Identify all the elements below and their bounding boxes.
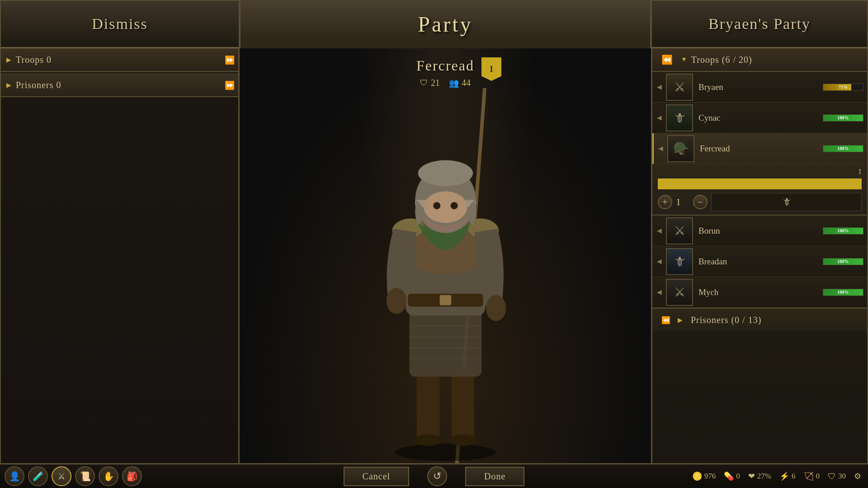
dismiss-panel: ▶ Troops 0 ⏩ ▶ Prisoners 0 ⏩ (0, 48, 240, 463)
hp-stat: 💊 0 (724, 471, 740, 481)
cancel-button[interactable]: Cancel (344, 467, 410, 486)
troops-collapse-arrow: ▼ (681, 56, 688, 63)
skill-icon-btn[interactable]: ✋ (99, 466, 118, 486)
bottom-right-stats: 🪙 976 💊 0 ❤ 27% ⚡ 6 🏹 0 🛡 30 (687, 471, 868, 481)
troop-item-bryaen[interactable]: ◀ ⚔ Bryaen 71% (652, 72, 867, 103)
bryaen-collapse-btn[interactable]: ◀ (652, 72, 666, 102)
borun-collapse-btn[interactable]: ◀ (652, 216, 666, 246)
hp-value: 0 (736, 472, 740, 481)
map-icon: 📜 (80, 471, 91, 482)
rotate-button[interactable]: ↺ (427, 466, 447, 486)
fercread-avatar-icon: 🪖 (673, 141, 689, 156)
skill-icon: ✋ (103, 471, 114, 482)
svg-point-16 (386, 288, 406, 314)
svg-rect-19 (439, 295, 451, 305)
arrows-icon: 🏹 (804, 471, 814, 481)
character-icon-btn[interactable]: 👤 (5, 466, 24, 486)
prisoners-row[interactable]: ⏪ ▶ Prisoners (0 / 13) (652, 308, 867, 331)
expand-item-slot[interactable]: 🗡 (711, 193, 862, 211)
cynac-health-bar: 100% (823, 114, 863, 122)
borun-avatar-icon: ⚔ (674, 223, 685, 238)
prisoners-expand-icon: ▶ (678, 316, 683, 324)
troops-arrow-icon: ▶ (6, 56, 11, 64)
svg-point-5 (415, 434, 441, 446)
prisoners-forward-icon[interactable]: ⏩ (225, 80, 235, 90)
troops-list[interactable]: ◀ ⚔ Bryaen 71% ◀ 🗡 Cynac (652, 72, 867, 463)
mych-health-bar: 100% (823, 289, 863, 296)
svg-point-23 (418, 160, 472, 186)
troops-stat: 👥 44 (449, 78, 471, 88)
troops-header-label: ▼ Troops (6 / 20) (681, 55, 862, 65)
fercread-health-text: 100% (823, 145, 863, 152)
hp-icon: 💊 (724, 471, 734, 481)
speed-stat: ⚡ 6 (779, 471, 796, 481)
top-header: Dismiss Party Bryaen's Party (0, 0, 868, 48)
troop-item-borun[interactable]: ◀ ⚔ Borun 100% (652, 216, 867, 246)
troop-item-fercread[interactable]: ◀ 🪖 Fercread 100% (652, 133, 867, 164)
prisoners-forward-buttons: ⏩ (225, 80, 235, 90)
character-icon: 👤 (9, 471, 20, 482)
troop-item-cynac[interactable]: ◀ 🗡 Cynac 100% (652, 103, 867, 133)
cynac-avatar-icon: 🗡 (673, 110, 686, 125)
character-display: Fercread 🛡 21 👥 44 I (240, 48, 651, 463)
strength-icon: 🛡 (828, 472, 836, 481)
prisoners-label: Prisoners 0 (16, 80, 61, 90)
troops-back-btn[interactable]: ⏪ (658, 53, 676, 66)
level-stat: 🛡 21 (420, 78, 440, 88)
cynac-collapse-btn[interactable]: ◀ (652, 103, 666, 133)
mych-health-text: 100% (823, 289, 863, 296)
borun-name: Borun (693, 226, 823, 236)
bottom-icons: 👤 🧪 ⚔ 📜 ✋ 🎒 (0, 466, 181, 486)
fercread-collapse-btn[interactable]: ◀ (654, 133, 667, 164)
breadan-avatar-icon: 🗡 (673, 254, 686, 269)
breadan-health-text: 100% (823, 258, 863, 265)
troops-section-row[interactable]: ▶ Troops 0 ⏩ (1, 48, 238, 72)
done-button[interactable]: Done (465, 467, 524, 486)
breadan-name: Breadan (693, 257, 823, 267)
fercread-health-bar: 100% (823, 145, 863, 152)
bryaen-avatar-icon: ⚔ (674, 80, 685, 94)
character-figure (344, 88, 547, 463)
bottom-center: Cancel ↺ Done (181, 466, 687, 486)
rotate-icon: ↺ (433, 470, 441, 482)
bryaen-name: Bryaen (693, 82, 823, 92)
prisoners-section-row[interactable]: ▶ Prisoners 0 ⏩ (1, 74, 238, 97)
prisoners-back-btn[interactable]: ⏪ (658, 315, 674, 325)
morale-icon: ❤ (748, 471, 755, 481)
character-name-area: Fercread 🛡 21 👥 44 I (416, 57, 474, 88)
arrows-value: 0 (816, 472, 820, 481)
party-header: Party (240, 0, 651, 48)
troop-item-mych[interactable]: ◀ ⚔ Mych 100% (652, 277, 867, 308)
expand-minus-btn[interactable]: − (693, 195, 708, 209)
party-icon: ⚔ (57, 471, 66, 482)
extra-icon: ⚙ (854, 471, 861, 481)
potion-icon-btn[interactable]: 🧪 (28, 466, 48, 486)
right-panel: ⏪ ▼ Troops (6 / 20) ◀ ⚔ Bryaen 71% (651, 48, 868, 463)
character-stats: 🛡 21 👥 44 (416, 78, 474, 88)
party-icon-btn[interactable]: ⚔ (52, 466, 71, 486)
dismiss-header: Dismiss (0, 0, 240, 48)
expand-plus-btn[interactable]: + (658, 195, 672, 209)
inventory-icon-btn[interactable]: 🎒 (122, 466, 142, 486)
map-icon-btn[interactable]: 📜 (75, 466, 95, 486)
troops-icon: 👥 (449, 78, 459, 88)
troops-label: Troops 0 (16, 55, 52, 65)
level-value: 21 (431, 78, 440, 88)
prisoners-arrow-icon: ▶ (6, 81, 11, 89)
expand-count: 1 (658, 168, 862, 176)
svg-rect-3 (416, 369, 439, 438)
troop-item-breadan[interactable]: ◀ 🗡 Breadan 100% (652, 246, 867, 277)
bottom-bar: 👤 🧪 ⚔ 📜 ✋ 🎒 Cancel ↺ Done (0, 463, 868, 488)
center-panel: Fercread 🛡 21 👥 44 I (240, 48, 651, 463)
mych-collapse-btn[interactable]: ◀ (652, 277, 666, 307)
svg-point-25 (424, 191, 467, 223)
fercread-name: Fercread (694, 144, 823, 154)
svg-point-17 (486, 295, 506, 321)
mych-name: Mych (693, 287, 823, 297)
breadan-collapse-btn[interactable]: ◀ (652, 246, 666, 277)
troops-forward-icon[interactable]: ⏩ (225, 55, 235, 65)
fercread-avatar: 🪖 (667, 135, 694, 162)
mych-avatar-icon: ⚔ (674, 285, 685, 300)
expand-qty: 1 (676, 196, 689, 208)
svg-point-26 (433, 202, 440, 209)
